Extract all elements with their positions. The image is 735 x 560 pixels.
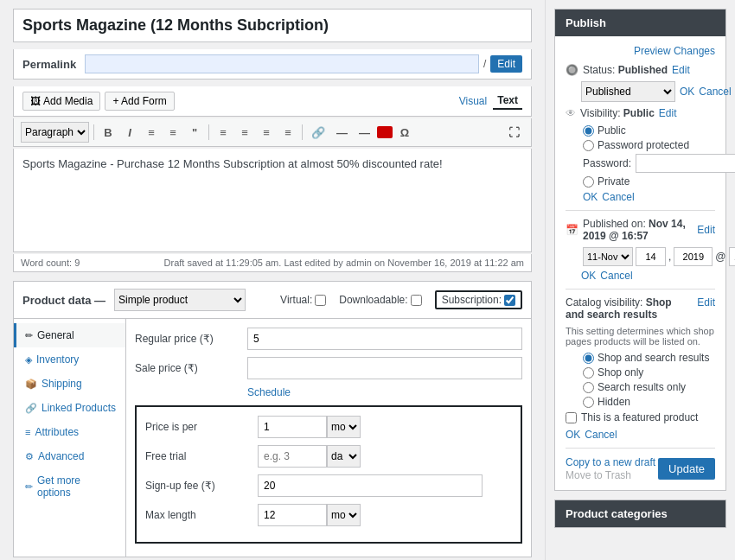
visibility-edit-link[interactable]: Edit bbox=[659, 107, 677, 119]
private-radio[interactable] bbox=[583, 176, 594, 188]
advanced-icon: ⚙ bbox=[25, 451, 34, 462]
free-trial-input[interactable] bbox=[258, 445, 327, 468]
virtual-checkbox[interactable] bbox=[315, 295, 326, 306]
add-form-button[interactable]: + Add Form bbox=[105, 92, 174, 111]
status-cancel-button[interactable]: Cancel bbox=[699, 86, 731, 98]
date-ok-button[interactable]: OK bbox=[581, 270, 596, 282]
paragraph-select[interactable]: Paragraph bbox=[21, 122, 89, 143]
product-data-title: Product data — bbox=[22, 294, 105, 307]
product-checkboxes: Virtual: Downloadable: Subscription: bbox=[280, 290, 522, 309]
general-icon: ✏ bbox=[25, 330, 33, 341]
price-per-select[interactable]: mo da wk yr bbox=[327, 416, 361, 438]
align-center-button[interactable]: ≡ bbox=[235, 124, 254, 142]
signup-fee-input[interactable] bbox=[258, 474, 483, 497]
text-tab[interactable]: Text bbox=[493, 92, 522, 110]
special-chars-button[interactable]: Ω bbox=[395, 124, 414, 142]
date-cancel-button[interactable]: Cancel bbox=[600, 270, 632, 282]
tab-get-more[interactable]: ✏ Get more options bbox=[14, 468, 125, 505]
published-on-row: 📅 Published on: Nov 14, 2019 @ 16:57 Edi… bbox=[566, 218, 715, 242]
featured-checkbox[interactable] bbox=[566, 412, 577, 423]
status-select[interactable]: Published Draft Pending Review bbox=[581, 81, 675, 102]
status-ok-button[interactable]: OK bbox=[680, 86, 694, 98]
shop-search-radio[interactable] bbox=[583, 353, 594, 364]
align-right-button[interactable]: ≡ bbox=[257, 124, 276, 142]
blockquote-button[interactable]: " bbox=[185, 124, 204, 142]
calendar-icon: 📅 bbox=[566, 224, 578, 236]
catalog-cancel-button[interactable]: Cancel bbox=[585, 429, 617, 441]
max-length-label: Max length bbox=[145, 509, 258, 521]
year-input[interactable] bbox=[674, 247, 713, 266]
add-media-button[interactable]: 🖼 Add Media bbox=[22, 92, 100, 111]
public-radio[interactable] bbox=[583, 125, 594, 137]
preview-changes-link[interactable]: Preview Changes bbox=[634, 45, 715, 57]
day-input[interactable] bbox=[636, 247, 666, 266]
free-trial-row: Free trial da wk mo bbox=[145, 445, 512, 468]
move-to-trash-link[interactable]: Move to Trash bbox=[566, 469, 631, 481]
max-length-input[interactable] bbox=[258, 504, 327, 526]
subscription-fields-box: Price is per mo da wk yr Free trial bbox=[135, 405, 522, 544]
shop-only-radio[interactable] bbox=[583, 367, 594, 379]
visibility-cancel-button[interactable]: Cancel bbox=[602, 191, 634, 203]
hidden-radio[interactable] bbox=[583, 397, 594, 408]
catalog-desc: This setting determines which shop pages… bbox=[566, 326, 715, 347]
product-categories-header: Product categories bbox=[555, 500, 725, 527]
more-button[interactable]: — bbox=[355, 124, 374, 142]
search-only-radio[interactable] bbox=[583, 382, 594, 393]
price-per-input[interactable] bbox=[258, 416, 327, 438]
search-only-label: Search results only bbox=[598, 381, 686, 393]
password-field-label: Password: bbox=[583, 157, 631, 169]
month-select[interactable]: 11-Nov bbox=[583, 247, 633, 266]
downloadable-checkbox[interactable] bbox=[411, 295, 422, 306]
tab-attributes[interactable]: ≡ Attributes bbox=[14, 420, 125, 444]
bold-button[interactable]: B bbox=[99, 124, 118, 142]
password-field[interactable] bbox=[636, 154, 735, 173]
permalink-edit-button[interactable]: Edit bbox=[490, 55, 522, 73]
editor-area[interactable]: Sports Magazine - Purchase 12 Months Sub… bbox=[13, 149, 532, 252]
visual-tab[interactable]: Visual bbox=[455, 92, 491, 110]
hidden-radio-row: Hidden bbox=[583, 396, 715, 408]
tab-shipping[interactable]: 📦 Shipping bbox=[14, 372, 125, 396]
subscription-checkbox-label[interactable]: Subscription: bbox=[435, 290, 522, 309]
italic-button[interactable]: I bbox=[120, 124, 139, 142]
catalog-edit-link[interactable]: Edit bbox=[697, 296, 715, 309]
divider-2 bbox=[566, 289, 715, 290]
free-trial-select[interactable]: da wk mo bbox=[327, 445, 361, 468]
update-button[interactable]: Update bbox=[658, 458, 715, 480]
fullscreen-button[interactable]: ⛶ bbox=[504, 124, 524, 142]
hr-button[interactable]: — bbox=[332, 124, 352, 142]
max-length-select[interactable]: mo da wk yr bbox=[327, 504, 361, 526]
tab-advanced[interactable]: ⚙ Advanced bbox=[14, 444, 125, 468]
unordered-list-button[interactable]: ≡ bbox=[142, 124, 161, 142]
shop-search-radio-row: Shop and search results bbox=[583, 352, 715, 364]
align-left-button[interactable]: ≡ bbox=[214, 124, 233, 142]
visibility-radio-group: Public Password protected Password: Priv… bbox=[583, 124, 715, 203]
schedule-link[interactable]: Schedule bbox=[247, 386, 291, 398]
hour-input[interactable] bbox=[729, 247, 735, 266]
password-radio[interactable] bbox=[583, 140, 594, 151]
tab-linked-products[interactable]: 🔗 Linked Products bbox=[14, 396, 125, 420]
align-justify-button[interactable]: ≡ bbox=[278, 124, 297, 142]
ordered-list-button[interactable]: ≡ bbox=[163, 124, 182, 142]
max-length-row: Max length mo da wk yr bbox=[145, 504, 512, 526]
virtual-checkbox-label[interactable]: Virtual: bbox=[280, 294, 326, 306]
link-button[interactable]: 🔗 bbox=[307, 124, 329, 142]
visibility-ok-button[interactable]: OK bbox=[583, 191, 598, 203]
product-type-select[interactable]: Simple product Grouped product External/… bbox=[114, 289, 246, 311]
copy-draft-link[interactable]: Copy to a new draft bbox=[566, 456, 655, 468]
private-radio-row: Private bbox=[583, 175, 715, 188]
status-edit-link[interactable]: Edit bbox=[672, 64, 690, 76]
downloadable-checkbox-label[interactable]: Downloadable: bbox=[339, 294, 421, 306]
regular-price-input[interactable] bbox=[247, 328, 522, 350]
media-icon: 🖼 bbox=[30, 95, 41, 107]
tab-inventory[interactable]: ◈ Inventory bbox=[14, 347, 125, 372]
catalog-ok-button[interactable]: OK bbox=[566, 429, 580, 441]
preview-changes-row: Preview Changes bbox=[566, 45, 715, 57]
toolbar-divider-3 bbox=[302, 124, 303, 140]
sale-price-row: Sale price (₹) bbox=[135, 357, 522, 379]
subscription-checkbox[interactable] bbox=[504, 295, 515, 306]
sale-price-input[interactable] bbox=[247, 357, 522, 379]
featured-product-row: This is a featured product bbox=[566, 411, 715, 423]
published-on-label: Published on: Nov 14, 2019 @ 16:57 bbox=[583, 218, 693, 242]
tab-general[interactable]: ✏ General bbox=[14, 323, 125, 347]
published-date-edit-link[interactable]: Edit bbox=[697, 224, 715, 236]
